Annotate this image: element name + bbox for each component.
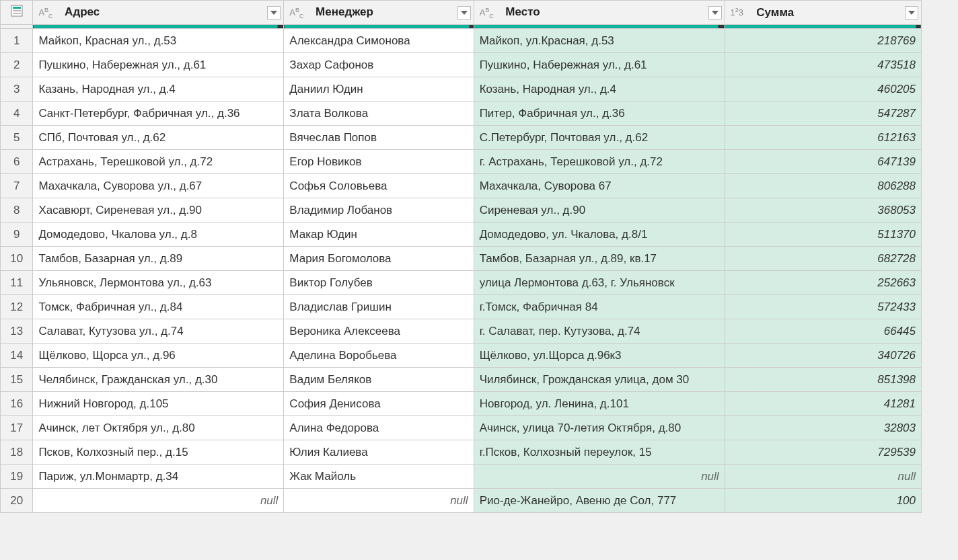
table-row[interactable]: 3Казань, Народная ул., д.4Даниил ЮдинКоз… bbox=[1, 77, 922, 102]
cell-manager[interactable]: Вячеслав Попов bbox=[284, 126, 474, 150]
cell-place[interactable]: Рио-де-Жанейро, Авеню де Сол, 777 bbox=[474, 489, 725, 513]
table-row[interactable]: 20nullnullРио-де-Жанейро, Авеню де Сол, … bbox=[1, 489, 922, 513]
cell-sum[interactable]: 511370 bbox=[725, 223, 921, 247]
row-number[interactable]: 18 bbox=[1, 440, 33, 465]
cell-place[interactable]: Питер, Фабричная ул., д.36 bbox=[474, 102, 725, 126]
row-number[interactable]: 2 bbox=[1, 53, 33, 77]
filter-dropdown-icon[interactable] bbox=[267, 6, 281, 19]
cell-sum[interactable]: 572433 bbox=[725, 295, 921, 319]
table-row[interactable]: 13Салават, Кутузова ул., д.74Вероника Ал… bbox=[1, 319, 922, 344]
cell-address[interactable]: Астрахань, Терешковой ул., д.72 bbox=[33, 150, 284, 174]
cell-address[interactable]: Тамбов, Базарная ул., д.89 bbox=[33, 247, 284, 271]
column-header-place[interactable]: ABC Место bbox=[474, 1, 725, 25]
table-row[interactable]: 5СПб, Почтовая ул., д.62Вячеслав ПоповС.… bbox=[1, 126, 922, 150]
cell-manager[interactable]: Владимир Лобанов bbox=[284, 198, 474, 223]
table-row[interactable]: 2Пушкино, Набережная ул., д.61Захар Сафо… bbox=[1, 53, 922, 77]
table-row[interactable]: 6Астрахань, Терешковой ул., д.72Егор Нов… bbox=[1, 150, 922, 174]
cell-address[interactable]: Домодедово, Чкалова ул., д.8 bbox=[33, 223, 284, 247]
cell-sum[interactable]: 66445 bbox=[725, 319, 921, 344]
column-header-sum[interactable]: 123 Сумма bbox=[725, 1, 921, 25]
row-number[interactable]: 1 bbox=[1, 29, 33, 53]
cell-place[interactable]: г.Томск, Фабричная 84 bbox=[474, 295, 725, 319]
cell-manager[interactable]: Злата Волкова bbox=[284, 102, 474, 126]
cell-place[interactable]: Чилябинск, Грожданская улица, дом 30 bbox=[474, 368, 725, 392]
table-row[interactable]: 19Париж, ул.Монмартр, д.34Жак Майольnull… bbox=[1, 465, 922, 489]
cell-place[interactable]: Новгород, ул. Ленина, д.101 bbox=[474, 392, 725, 416]
cell-manager[interactable]: София Денисова bbox=[284, 392, 474, 416]
cell-address[interactable]: Псков, Колхозный пер., д.15 bbox=[33, 440, 284, 465]
cell-manager[interactable]: Алина Федорова bbox=[284, 416, 474, 440]
cell-manager[interactable]: Захар Сафонов bbox=[284, 53, 474, 77]
cell-address[interactable]: null bbox=[33, 489, 284, 513]
cell-sum[interactable]: 647139 bbox=[725, 150, 921, 174]
cell-address[interactable]: Майкоп, Красная ул., д.53 bbox=[33, 29, 284, 53]
row-number[interactable]: 19 bbox=[1, 465, 33, 489]
cell-manager[interactable]: Виктор Голубев bbox=[284, 271, 474, 295]
cell-sum[interactable]: 100 bbox=[725, 489, 921, 513]
cell-sum[interactable]: 340726 bbox=[725, 344, 921, 368]
cell-place[interactable]: Домодедово, ул. Чкалова, д.8/1 bbox=[474, 223, 725, 247]
table-row[interactable]: 12Томск, Фабричная ул., д.84Владислав Гр… bbox=[1, 295, 922, 319]
cell-place[interactable]: Майкоп, ул.Красная, д.53 bbox=[474, 29, 725, 53]
cell-address[interactable]: СПб, Почтовая ул., д.62 bbox=[33, 126, 284, 150]
cell-place[interactable]: Ачинск, улица 70-летия Октября, д.80 bbox=[474, 416, 725, 440]
cell-sum[interactable]: 41281 bbox=[725, 392, 921, 416]
cell-manager[interactable]: Аделина Воробьева bbox=[284, 344, 474, 368]
filter-dropdown-icon[interactable] bbox=[457, 6, 471, 19]
cell-sum[interactable]: 218769 bbox=[725, 29, 921, 53]
row-number[interactable]: 20 bbox=[1, 489, 33, 513]
cell-address[interactable]: Казань, Народная ул., д.4 bbox=[33, 77, 284, 102]
cell-address[interactable]: Пушкино, Набережная ул., д.61 bbox=[33, 53, 284, 77]
row-number[interactable]: 9 bbox=[1, 223, 33, 247]
cell-manager[interactable]: Егор Новиков bbox=[284, 150, 474, 174]
cell-address[interactable]: Нижний Новгород, д.105 bbox=[33, 392, 284, 416]
filter-dropdown-icon[interactable] bbox=[708, 6, 722, 19]
cell-manager[interactable]: Мария Богомолова bbox=[284, 247, 474, 271]
filter-dropdown-icon[interactable] bbox=[905, 6, 918, 19]
table-row[interactable]: 7Махачкала, Суворова ул., д.67Софья Соло… bbox=[1, 174, 922, 198]
cell-sum[interactable]: 32803 bbox=[725, 416, 921, 440]
table-row[interactable]: 18Псков, Колхозный пер., д.15Юлия Калиев… bbox=[1, 440, 922, 465]
select-all-corner[interactable] bbox=[1, 1, 33, 25]
cell-place[interactable]: улица Лермонтова д.63, г. Ульяновск bbox=[474, 271, 725, 295]
cell-place[interactable]: С.Петербург, Почтовая ул., д.62 bbox=[474, 126, 725, 150]
cell-manager[interactable]: Вадим Беляков bbox=[284, 368, 474, 392]
cell-address[interactable]: Санкт-Петербург, Фабричная ул., д.36 bbox=[33, 102, 284, 126]
cell-place[interactable]: Щёлково, ул.Щорса д.96к3 bbox=[474, 344, 725, 368]
row-number[interactable]: 6 bbox=[1, 150, 33, 174]
cell-sum[interactable]: null bbox=[725, 465, 921, 489]
cell-place[interactable]: Махачкала, Суворова 67 bbox=[474, 174, 725, 198]
cell-place[interactable]: г. Салават, пер. Кутузова, д.74 bbox=[474, 319, 725, 344]
row-number[interactable]: 12 bbox=[1, 295, 33, 319]
cell-sum[interactable]: 612163 bbox=[725, 126, 921, 150]
cell-sum[interactable]: 252663 bbox=[725, 271, 921, 295]
cell-manager[interactable]: Александра Симонова bbox=[284, 29, 474, 53]
row-number[interactable]: 8 bbox=[1, 198, 33, 223]
column-header-address[interactable]: ABC Адрес bbox=[33, 1, 284, 25]
cell-manager[interactable]: Юлия Калиева bbox=[284, 440, 474, 465]
cell-manager[interactable]: Владислав Гришин bbox=[284, 295, 474, 319]
cell-address[interactable]: Ульяновск, Лермонтова ул., д.63 bbox=[33, 271, 284, 295]
row-number[interactable]: 4 bbox=[1, 102, 33, 126]
row-number[interactable]: 14 bbox=[1, 344, 33, 368]
cell-place[interactable]: Пушкино, Набережная ул., д.61 bbox=[474, 53, 725, 77]
cell-sum[interactable]: 806288 bbox=[725, 174, 921, 198]
row-number[interactable]: 10 bbox=[1, 247, 33, 271]
table-row[interactable]: 8Хасавюрт, Сиреневая ул., д.90Владимир Л… bbox=[1, 198, 922, 223]
cell-manager[interactable]: Вероника Алексеева bbox=[284, 319, 474, 344]
cell-place[interactable]: Сиреневая ул., д.90 bbox=[474, 198, 725, 223]
cell-sum[interactable]: 851398 bbox=[725, 368, 921, 392]
row-number[interactable]: 17 bbox=[1, 416, 33, 440]
row-number[interactable]: 7 bbox=[1, 174, 33, 198]
table-row[interactable]: 11Ульяновск, Лермонтова ул., д.63Виктор … bbox=[1, 271, 922, 295]
cell-place[interactable]: Козань, Народная ул., д.4 bbox=[474, 77, 725, 102]
cell-sum[interactable]: 729539 bbox=[725, 440, 921, 465]
table-row[interactable]: 14Щёлково, Щорса ул., д.96Аделина Воробь… bbox=[1, 344, 922, 368]
cell-manager[interactable]: Жак Майоль bbox=[284, 465, 474, 489]
row-number[interactable]: 3 bbox=[1, 77, 33, 102]
cell-manager[interactable]: null bbox=[284, 489, 474, 513]
cell-sum[interactable]: 460205 bbox=[725, 77, 921, 102]
cell-manager[interactable]: Даниил Юдин bbox=[284, 77, 474, 102]
cell-address[interactable]: Ачинск, лет Октября ул., д.80 bbox=[33, 416, 284, 440]
table-row[interactable]: 16Нижний Новгород, д.105София ДенисоваНо… bbox=[1, 392, 922, 416]
